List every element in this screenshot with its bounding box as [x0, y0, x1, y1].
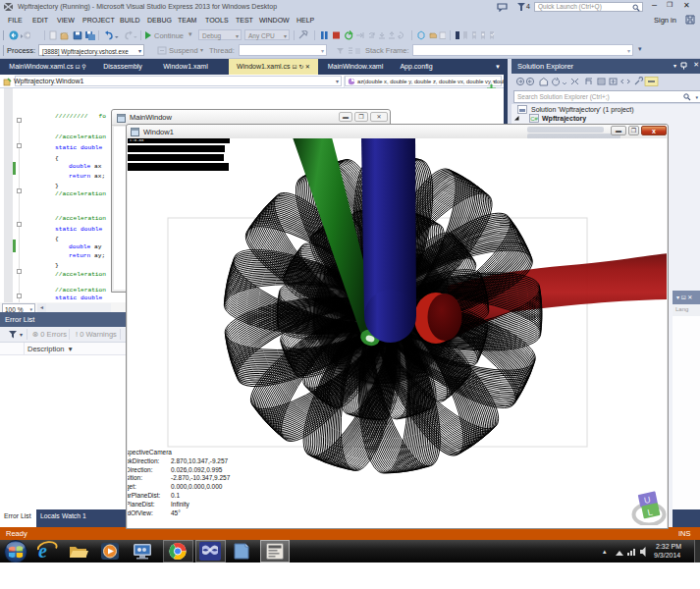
svg-text:C#: C# [530, 116, 538, 122]
